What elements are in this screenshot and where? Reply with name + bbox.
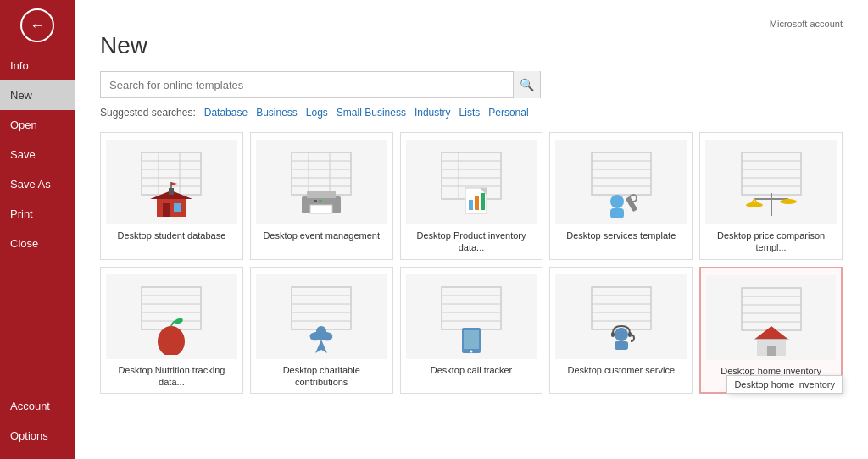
template-icon-student-db (106, 140, 237, 224)
search-bar: 🔍 (100, 71, 541, 98)
sidebar-item-close[interactable]: Close (0, 229, 75, 258)
svg-rect-11 (169, 188, 174, 195)
svg-rect-38 (592, 152, 651, 195)
sidebar-item-info[interactable]: Info (0, 51, 75, 80)
svg-point-87 (615, 328, 628, 341)
svg-rect-74 (442, 287, 501, 329)
template-icon-nutrition (106, 274, 237, 359)
svg-rect-9 (174, 203, 181, 212)
template-icon-customer-service (555, 274, 687, 359)
template-product-inv[interactable]: Desktop Product inventory data... (400, 132, 543, 260)
template-event-mgmt[interactable]: Desktop event management (250, 132, 393, 260)
suggested-label: Suggested searches: (100, 107, 196, 119)
template-icon-product-inv (406, 140, 537, 224)
template-student-db[interactable]: Desktop student database (100, 132, 243, 260)
template-call-tracker[interactable]: Desktop call tracker (400, 267, 543, 395)
top-bar: Microsoft account (100, 17, 843, 30)
sidebar-bottom: Account Options (0, 391, 75, 459)
suggested-database[interactable]: Database (204, 107, 248, 119)
back-button[interactable]: ← (20, 8, 54, 42)
search-input[interactable] (101, 79, 513, 91)
svg-rect-35 (469, 200, 473, 210)
svg-rect-36 (475, 196, 479, 210)
template-label-call-tracker: Desktop call tracker (431, 364, 513, 376)
svg-rect-14 (292, 152, 351, 195)
templates-grid: Desktop student database (100, 132, 843, 394)
suggested-industry[interactable]: Industry (415, 107, 451, 119)
sidebar: ← Info New Open Save Save As Print Close… (0, 0, 75, 459)
page-title: New (100, 32, 843, 59)
search-button[interactable]: 🔍 (513, 71, 540, 98)
svg-point-66 (158, 326, 185, 355)
ms-account-label: Microsoft account (770, 19, 843, 29)
sidebar-item-account[interactable]: Account (0, 391, 75, 421)
svg-rect-47 (742, 152, 801, 195)
template-services[interactable]: Desktop services template (549, 132, 693, 260)
sidebar-nav: Info New Open Save Save As Print Close A… (0, 51, 75, 459)
template-home-inv[interactable]: Desktop home inventory Desktop home inve… (699, 267, 843, 395)
svg-rect-23 (307, 191, 336, 198)
sidebar-item-options[interactable]: Options (0, 421, 75, 451)
template-label-customer-service: Desktop customer service (568, 364, 676, 376)
svg-rect-91 (742, 288, 801, 330)
template-label-product-inv: Desktop Product inventory data... (406, 230, 537, 254)
suggested-small-business[interactable]: Small Business (337, 107, 406, 119)
svg-rect-80 (464, 330, 479, 349)
sidebar-item-print[interactable]: Print (0, 199, 75, 229)
sidebar-item-open[interactable]: Open (0, 110, 75, 140)
svg-rect-98 (767, 346, 776, 356)
svg-rect-24 (310, 205, 332, 213)
svg-rect-88 (615, 341, 628, 350)
svg-marker-99 (755, 326, 787, 339)
svg-rect-89 (611, 332, 615, 337)
template-label-charitable: Desktop charitable contributions (256, 364, 387, 389)
template-nutrition[interactable]: Desktop Nutrition tracking data... (100, 267, 243, 395)
template-customer-service[interactable]: Desktop customer service (549, 267, 693, 395)
suggested-searches: Suggested searches: Database Business Lo… (100, 107, 843, 119)
template-icon-call-tracker (406, 274, 537, 359)
template-icon-event-mgmt (256, 140, 387, 224)
svg-rect-37 (481, 193, 485, 210)
svg-rect-82 (592, 287, 651, 329)
template-icon-services (555, 140, 687, 224)
sidebar-item-save[interactable]: Save (0, 140, 75, 169)
suggested-business[interactable]: Business (256, 107, 298, 119)
tooltip-home-inv: Desktop home inventory (726, 375, 843, 394)
sidebar-item-save-as[interactable]: Save As (0, 169, 75, 199)
svg-point-60 (780, 199, 797, 204)
svg-point-67 (175, 317, 184, 324)
template-label-student-db: Desktop student database (117, 230, 225, 241)
svg-rect-61 (142, 287, 201, 329)
template-icon-charitable (256, 274, 387, 359)
svg-rect-8 (163, 203, 170, 217)
svg-rect-7 (157, 196, 186, 217)
template-label-services: Desktop services template (566, 230, 676, 241)
template-label-price-compare: Desktop price comparison templ... (705, 230, 837, 254)
suggested-personal[interactable]: Personal (488, 107, 528, 119)
svg-rect-26 (319, 200, 322, 202)
template-icon-home-inv (706, 275, 836, 360)
sidebar-item-new[interactable]: New (0, 80, 75, 110)
svg-rect-68 (292, 287, 351, 329)
svg-rect-25 (314, 200, 317, 202)
svg-rect-44 (610, 208, 624, 218)
template-label-event-mgmt: Desktop event management (263, 230, 380, 241)
template-label-nutrition: Desktop Nutrition tracking data... (106, 364, 237, 389)
template-charitable[interactable]: Desktop charitable contributions (250, 267, 393, 395)
template-icon-price-compare (705, 140, 837, 224)
template-price-compare[interactable]: Desktop price comparison templ... (699, 132, 843, 260)
main-content: Microsoft account New 🔍 Suggested search… (75, 0, 868, 459)
svg-point-57 (746, 202, 763, 207)
suggested-logs[interactable]: Logs (306, 107, 328, 119)
svg-point-73 (316, 326, 326, 336)
svg-point-43 (610, 195, 624, 208)
suggested-lists[interactable]: Lists (459, 107, 481, 119)
svg-point-81 (470, 350, 472, 352)
svg-marker-13 (171, 182, 177, 185)
